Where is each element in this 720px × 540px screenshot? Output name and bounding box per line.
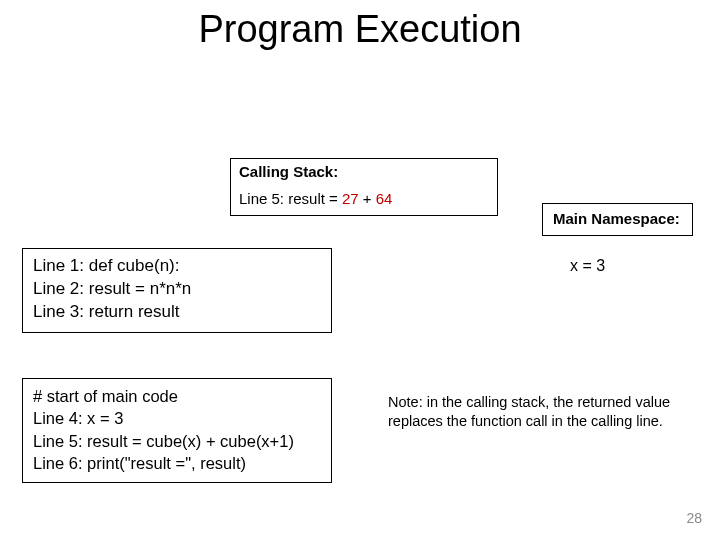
calling-stack-box: Calling Stack: Line 5: result = 27 + 64	[230, 158, 498, 216]
calling-val2: 64	[376, 190, 393, 207]
calling-stack-label: Calling Stack:	[239, 163, 489, 180]
code-block-function: Line 1: def cube(n): Line 2: result = n*…	[22, 248, 332, 333]
code-line-2: Line 2: result = n*n*n	[33, 278, 321, 301]
code-line-5: Line 5: result = cube(x) + cube(x+1)	[33, 430, 321, 452]
calling-plus: +	[359, 190, 376, 207]
note-text: Note: in the calling stack, the returned…	[388, 393, 688, 431]
calling-line-prefix: Line 5: result =	[239, 190, 342, 207]
calling-stack-line: Line 5: result = 27 + 64	[239, 190, 489, 207]
namespace-box: Main Namespace:	[542, 203, 693, 236]
page-number: 28	[686, 510, 702, 526]
code-line-4: Line 4: x = 3	[33, 407, 321, 429]
code-line-3: Line 3: return result	[33, 301, 321, 324]
code-line-1: Line 1: def cube(n):	[33, 255, 321, 278]
slide-title: Program Execution	[0, 8, 720, 51]
calling-val1: 27	[342, 190, 359, 207]
code-line-6: Line 6: print("result =", result)	[33, 452, 321, 474]
code-block-main: # start of main code Line 4: x = 3 Line …	[22, 378, 332, 483]
code-comment: # start of main code	[33, 385, 321, 407]
namespace-variable: x = 3	[570, 257, 605, 275]
